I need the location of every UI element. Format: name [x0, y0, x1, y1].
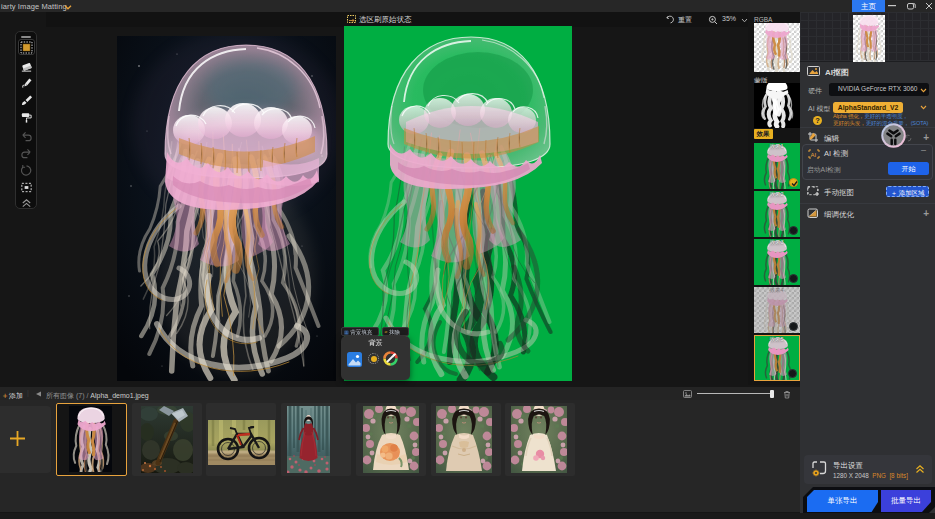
- svg-text:AI: AI: [811, 151, 817, 157]
